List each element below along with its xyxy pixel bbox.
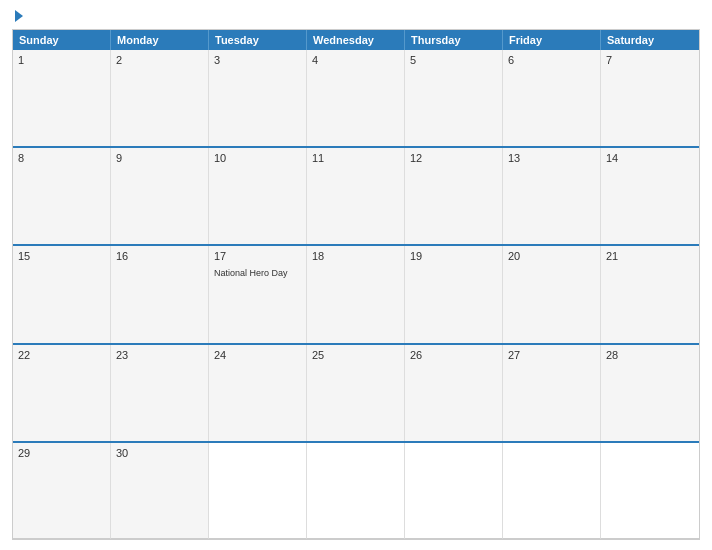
calendar-cell: 19 xyxy=(405,246,503,342)
calendar-cell: 21 xyxy=(601,246,699,342)
calendar-cell: 14 xyxy=(601,148,699,244)
day-header-friday: Friday xyxy=(503,30,601,50)
calendar-cell: 11 xyxy=(307,148,405,244)
calendar-cell xyxy=(405,443,503,539)
calendar-cell: 28 xyxy=(601,345,699,441)
logo xyxy=(12,10,23,23)
cell-number: 15 xyxy=(18,250,105,262)
cell-number: 9 xyxy=(116,152,203,164)
calendar-cell: 5 xyxy=(405,50,503,146)
calendar-cell: 20 xyxy=(503,246,601,342)
cell-number: 18 xyxy=(312,250,399,262)
cell-number: 21 xyxy=(606,250,694,262)
calendar-cell: 25 xyxy=(307,345,405,441)
cell-number: 7 xyxy=(606,54,694,66)
calendar-cell xyxy=(307,443,405,539)
calendar-cell: 16 xyxy=(111,246,209,342)
calendar-cell: 23 xyxy=(111,345,209,441)
logo-blue-text xyxy=(12,10,23,23)
weeks-container: 1234567891011121314151617National Hero D… xyxy=(13,50,699,539)
cell-number: 22 xyxy=(18,349,105,361)
calendar-cell: 2 xyxy=(111,50,209,146)
calendar-cell: 15 xyxy=(13,246,111,342)
calendar-page: SundayMondayTuesdayWednesdayThursdayFrid… xyxy=(0,0,712,550)
cell-number: 26 xyxy=(410,349,497,361)
cell-number: 23 xyxy=(116,349,203,361)
cell-number: 30 xyxy=(116,447,203,459)
cell-number: 2 xyxy=(116,54,203,66)
calendar-cell: 29 xyxy=(13,443,111,539)
calendar-cell: 13 xyxy=(503,148,601,244)
cell-number: 11 xyxy=(312,152,399,164)
cell-number: 10 xyxy=(214,152,301,164)
calendar-cell: 4 xyxy=(307,50,405,146)
day-header-thursday: Thursday xyxy=(405,30,503,50)
calendar-cell: 27 xyxy=(503,345,601,441)
calendar-cell: 1 xyxy=(13,50,111,146)
cell-number: 14 xyxy=(606,152,694,164)
cell-event: National Hero Day xyxy=(214,268,288,278)
calendar-cell xyxy=(601,443,699,539)
day-header-saturday: Saturday xyxy=(601,30,699,50)
cell-number: 13 xyxy=(508,152,595,164)
calendar-cell: 26 xyxy=(405,345,503,441)
cell-number: 20 xyxy=(508,250,595,262)
week-row-3: 151617National Hero Day18192021 xyxy=(13,244,699,342)
cell-number: 28 xyxy=(606,349,694,361)
cell-number: 3 xyxy=(214,54,301,66)
cell-number: 29 xyxy=(18,447,105,459)
week-row-1: 1234567 xyxy=(13,50,699,146)
day-header-sunday: Sunday xyxy=(13,30,111,50)
cell-number: 16 xyxy=(116,250,203,262)
week-row-4: 22232425262728 xyxy=(13,343,699,441)
calendar-cell: 24 xyxy=(209,345,307,441)
calendar-cell: 8 xyxy=(13,148,111,244)
days-header: SundayMondayTuesdayWednesdayThursdayFrid… xyxy=(13,30,699,50)
header xyxy=(12,10,700,23)
week-row-2: 891011121314 xyxy=(13,146,699,244)
day-header-wednesday: Wednesday xyxy=(307,30,405,50)
calendar-cell: 12 xyxy=(405,148,503,244)
cell-number: 1 xyxy=(18,54,105,66)
calendar-cell xyxy=(209,443,307,539)
day-header-tuesday: Tuesday xyxy=(209,30,307,50)
cell-number: 25 xyxy=(312,349,399,361)
logo-triangle-icon xyxy=(15,10,23,22)
calendar-cell: 18 xyxy=(307,246,405,342)
cell-number: 12 xyxy=(410,152,497,164)
cell-number: 27 xyxy=(508,349,595,361)
day-header-monday: Monday xyxy=(111,30,209,50)
calendar-cell: 3 xyxy=(209,50,307,146)
cell-number: 5 xyxy=(410,54,497,66)
calendar-cell: 22 xyxy=(13,345,111,441)
calendar-cell: 17National Hero Day xyxy=(209,246,307,342)
calendar-cell: 7 xyxy=(601,50,699,146)
cell-number: 8 xyxy=(18,152,105,164)
calendar-grid: SundayMondayTuesdayWednesdayThursdayFrid… xyxy=(12,29,700,540)
calendar-cell: 6 xyxy=(503,50,601,146)
week-row-5: 2930 xyxy=(13,441,699,539)
cell-number: 17 xyxy=(214,250,301,262)
cell-number: 4 xyxy=(312,54,399,66)
cell-number: 19 xyxy=(410,250,497,262)
calendar-cell: 10 xyxy=(209,148,307,244)
calendar-cell xyxy=(503,443,601,539)
calendar-cell: 9 xyxy=(111,148,209,244)
cell-number: 24 xyxy=(214,349,301,361)
calendar-cell: 30 xyxy=(111,443,209,539)
cell-number: 6 xyxy=(508,54,595,66)
